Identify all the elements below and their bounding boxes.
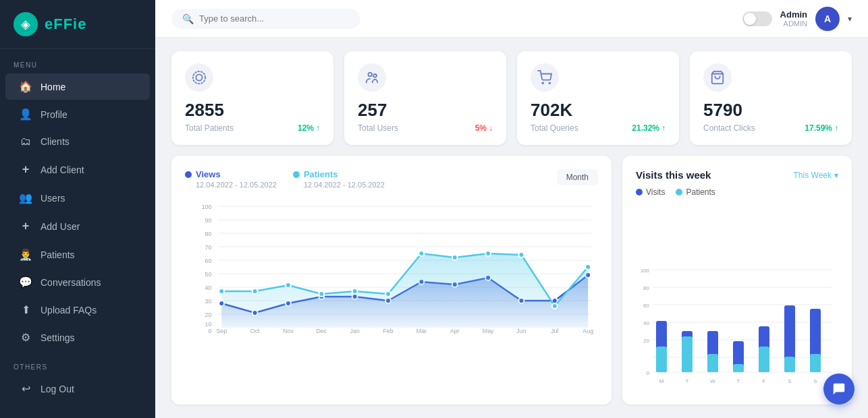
svg-text:Nov: Nov	[283, 328, 294, 334]
legend-views-date: 12.04.2022 - 12.05.2022	[185, 181, 277, 189]
svg-point-5	[549, 82, 550, 84]
stat-card-patients: 2855 Total Patients 12% ↑	[171, 51, 333, 145]
bar-card-title: Visits this week	[636, 169, 711, 181]
others-section-label: OTHERS	[0, 351, 155, 375]
stat-footer-queries: Total Queries 21.32% ↑	[531, 123, 666, 133]
logo-text: eFFie	[45, 16, 86, 33]
sidebar-item-label: Settings	[40, 332, 75, 343]
sidebar-item-upload-faqs[interactable]: ⬆ Upload FAQs	[5, 297, 150, 323]
legend-views: Views 12.04.2022 - 12.05.2022	[185, 169, 277, 189]
stat-icon-clicks	[703, 63, 732, 92]
logout-icon: ↩	[19, 382, 32, 395]
stat-icon-patients	[185, 63, 213, 92]
chevron-down-icon: ▾	[834, 171, 838, 180]
stat-card-clicks: 5790 Contact Clicks 17.59% ↑	[690, 51, 852, 145]
svg-rect-79	[682, 336, 693, 372]
bar-legends: Visits Patients	[636, 187, 838, 197]
svg-text:0: 0	[647, 370, 650, 376]
stat-value-users: 257	[358, 100, 493, 121]
legend-patients-name: Patients	[304, 169, 338, 179]
svg-point-57	[418, 251, 424, 256]
svg-text:90: 90	[205, 217, 212, 224]
svg-text:Jan: Jan	[350, 328, 360, 334]
sidebar-item-users[interactable]: 👥 Users	[5, 185, 150, 211]
header: 🔍 Admin ADMIN A ▾	[155, 0, 868, 38]
svg-point-55	[352, 289, 358, 294]
svg-point-4	[542, 82, 543, 84]
search-icon: 🔍	[182, 13, 194, 24]
sidebar-item-conversations[interactable]: 💬 Conversations	[5, 269, 150, 295]
search-input[interactable]	[199, 13, 348, 24]
svg-text:100: 100	[641, 268, 650, 274]
svg-text:Jul: Jul	[551, 328, 558, 334]
stat-change-clicks: 17.59% ↑	[805, 123, 838, 133]
line-chart-svg: 100 90 80 70 60 50 40 30 20 10 0 Sep Oct…	[185, 200, 598, 334]
chart-legends: Views 12.04.2022 - 12.05.2022 Patients 1…	[185, 169, 385, 189]
sidebar-logo: ◈ eFFie	[0, 0, 155, 49]
toggle-knob	[744, 13, 756, 25]
svg-text:Oct: Oct	[250, 328, 260, 334]
stat-footer-users: Total Users 5% ↓	[358, 123, 493, 133]
svg-text:S: S	[813, 378, 817, 384]
sidebar-item-settings[interactable]: ⚙ Settings	[5, 324, 150, 351]
theme-toggle[interactable]	[742, 11, 772, 26]
svg-text:70: 70	[205, 244, 212, 251]
bar-chart-svg: 100 80 60 40 20 0	[636, 263, 838, 391]
sidebar-item-label: Add Client	[40, 165, 84, 175]
legend-views-name: Views	[196, 169, 221, 179]
svg-point-52	[252, 289, 258, 294]
svg-rect-83	[733, 364, 744, 372]
svg-point-53	[286, 282, 291, 288]
svg-text:60: 60	[643, 303, 649, 309]
svg-text:20: 20	[205, 311, 212, 318]
svg-text:Mar: Mar	[416, 328, 427, 334]
legend-patients-bar: Patients	[676, 187, 715, 197]
admin-info: Admin ADMIN	[780, 9, 807, 28]
sidebar-item-patients[interactable]: 👨‍⚕️ Patients	[5, 241, 150, 268]
svg-point-1	[193, 71, 205, 84]
sidebar-item-label: Add User	[40, 221, 80, 232]
stat-footer-patients: Total Patients 12% ↑	[185, 123, 320, 133]
svg-text:Jun: Jun	[516, 328, 526, 334]
stat-value-queries: 702K	[531, 100, 666, 121]
svg-point-2	[369, 73, 373, 77]
sidebar-item-label: Clients	[40, 136, 70, 147]
this-week-button[interactable]: This Week ▾	[794, 171, 838, 180]
svg-point-60	[519, 252, 524, 258]
svg-text:T: T	[737, 378, 740, 384]
stat-change-patients: 12% ↑	[298, 123, 320, 133]
stat-value-patients: 2855	[185, 100, 320, 121]
charts-row: Views 12.04.2022 - 12.05.2022 Patients 1…	[171, 156, 852, 405]
svg-text:60: 60	[205, 258, 212, 264]
svg-text:80: 80	[643, 285, 649, 291]
search-box[interactable]: 🔍	[171, 9, 360, 29]
users-icon: 👥	[19, 191, 32, 204]
chevron-down-icon[interactable]: ▾	[848, 14, 852, 24]
sidebar-item-profile[interactable]: 👤 Profile	[5, 101, 150, 127]
sidebar-item-label: Conversations	[40, 277, 101, 288]
month-button[interactable]: Month	[557, 169, 598, 185]
sidebar-item-label: Users	[40, 193, 65, 204]
svg-text:Sep: Sep	[216, 328, 227, 334]
chat-bubble[interactable]	[823, 374, 855, 405]
svg-point-62	[585, 264, 591, 270]
svg-text:May: May	[483, 328, 494, 334]
svg-text:Dec: Dec	[316, 328, 327, 334]
patients-icon: 👨‍⚕️	[19, 248, 32, 261]
sidebar-item-clients[interactable]: 🗂 Clients	[5, 129, 150, 154]
stat-label-patients: Total Patients	[185, 123, 234, 133]
sidebar-item-add-client[interactable]: + Add Client	[5, 156, 150, 183]
menu-section-label: MENU	[0, 49, 155, 73]
svg-point-58	[452, 255, 458, 260]
stat-footer-clicks: Contact Clicks 17.59% ↑	[703, 123, 838, 133]
sidebar-item-logout[interactable]: ↩ Log Out	[5, 376, 150, 402]
svg-text:10: 10	[205, 321, 212, 328]
stat-change-queries: 21.32% ↑	[632, 123, 666, 133]
avatar[interactable]: A	[815, 7, 840, 31]
legend-patients-date: 12.04.2022 - 12.05.2022	[293, 181, 385, 189]
sidebar-item-add-user[interactable]: + Add User	[5, 212, 150, 240]
patients-dot	[293, 171, 300, 178]
sidebar-item-home[interactable]: 🏠 Home	[5, 73, 150, 100]
home-icon: 🏠	[19, 80, 32, 93]
svg-point-3	[373, 74, 377, 78]
